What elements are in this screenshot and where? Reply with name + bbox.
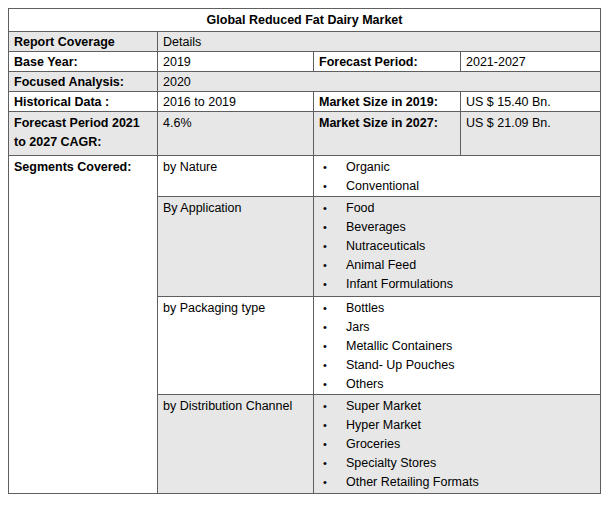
segment-item: •Groceries <box>314 435 600 454</box>
segment-item: •Organic <box>314 158 600 177</box>
segment-row-nature: Segments Covered: by Nature •Organic •Co… <box>9 156 601 197</box>
title-row: Global Reduced Fat Dairy Market <box>9 9 601 32</box>
row-report-coverage: Report Coverage Details <box>9 32 601 52</box>
bullet-icon: • <box>314 397 346 416</box>
bullet-icon: • <box>314 218 346 237</box>
segment-item: •Specialty Stores <box>314 454 600 473</box>
market-size-2019-label: Market Size in 2019: <box>314 92 461 112</box>
segment-item-label: Food <box>346 199 600 218</box>
market-size-2027-value: US $ 21.09 Bn. <box>461 112 601 156</box>
segment-item-label: Hyper Market <box>346 416 600 435</box>
bullet-icon: • <box>314 237 346 256</box>
segment-item-label: Infant Formulations <box>346 275 600 294</box>
bullet-icon: • <box>314 337 346 356</box>
segment-item: •Bottles <box>314 299 600 318</box>
segment-item-label: Super Market <box>346 397 600 416</box>
bullet-icon: • <box>314 177 346 196</box>
historical-data-label: Historical Data : <box>9 92 158 112</box>
bullet-icon: • <box>314 435 346 454</box>
segment-item: •Others <box>314 375 600 394</box>
report-coverage-label: Report Coverage <box>9 32 158 52</box>
cagr-value: 4.6% <box>158 112 314 156</box>
market-size-2027-label: Market Size in 2027: <box>314 112 461 156</box>
segment-item: •Metallic Containers <box>314 337 600 356</box>
bullet-icon: • <box>314 158 346 177</box>
segment-item-label: Others <box>346 375 600 394</box>
segment-item-label: Groceries <box>346 435 600 454</box>
segment-item: •Animal Feed <box>314 256 600 275</box>
bullet-icon: • <box>314 356 346 375</box>
segment-item: •Other Retailing Formats <box>314 473 600 492</box>
segment-item-label: Organic <box>346 158 600 177</box>
focused-analysis-value: 2020 <box>158 72 601 92</box>
bullet-icon: • <box>314 275 346 294</box>
segments-covered-label: Segments Covered: <box>9 156 158 494</box>
market-size-2019-value: US $ 15.40 Bn. <box>461 92 601 112</box>
segment-name: by Nature <box>158 156 314 197</box>
forecast-period-value: 2021-2027 <box>461 52 601 72</box>
segment-item-label: Metallic Containers <box>346 337 600 356</box>
row-historical-data: Historical Data : 2016 to 2019 Market Si… <box>9 92 601 112</box>
segment-item-label: Conventional <box>346 177 600 196</box>
segment-items-list: •Organic •Conventional <box>314 158 600 196</box>
bullet-icon: • <box>314 199 346 218</box>
segment-item-label: Nutraceuticals <box>346 237 600 256</box>
focused-analysis-label: Focused Analysis: <box>9 72 158 92</box>
report-coverage-value: Details <box>158 32 601 52</box>
segment-item-label: Other Retailing Formats <box>346 473 600 492</box>
segment-items-cell: •Organic •Conventional <box>314 156 601 197</box>
bullet-icon: • <box>314 299 346 318</box>
segment-item-label: Stand- Up Pouches <box>346 356 600 375</box>
bullet-icon: • <box>314 416 346 435</box>
segment-item-label: Specialty Stores <box>346 454 600 473</box>
historical-data-value: 2016 to 2019 <box>158 92 314 112</box>
bullet-icon: • <box>314 473 346 492</box>
row-cagr: Forecast Period 2021 to 2027 CAGR: 4.6% … <box>9 112 601 156</box>
segment-item-label: Jars <box>346 318 600 337</box>
base-year-label: Base Year: <box>9 52 158 72</box>
segment-name: by Packaging type <box>158 297 314 395</box>
segment-item: •Jars <box>314 318 600 337</box>
segment-item: •Stand- Up Pouches <box>314 356 600 375</box>
segment-item-label: Animal Feed <box>346 256 600 275</box>
forecast-period-label: Forecast Period: <box>314 52 461 72</box>
bullet-icon: • <box>314 375 346 394</box>
bullet-icon: • <box>314 256 346 275</box>
document-page: Global Reduced Fat Dairy Market Report C… <box>0 0 612 506</box>
segment-items-cell: •Super Market •Hyper Market •Groceries •… <box>314 395 601 494</box>
segment-item-label: Bottles <box>346 299 600 318</box>
segment-item: •Nutraceuticals <box>314 237 600 256</box>
segment-items-list: •Super Market •Hyper Market •Groceries •… <box>314 397 600 492</box>
base-year-value: 2019 <box>158 52 314 72</box>
segment-name: By Application <box>158 197 314 297</box>
report-coverage-table: Global Reduced Fat Dairy Market Report C… <box>8 8 601 494</box>
segment-item: •Super Market <box>314 397 600 416</box>
segment-item: •Food <box>314 199 600 218</box>
table-title: Global Reduced Fat Dairy Market <box>9 9 601 32</box>
segment-items-list: •Food •Beverages •Nutraceuticals •Animal… <box>314 199 600 294</box>
row-base-year: Base Year: 2019 Forecast Period: 2021-20… <box>9 52 601 72</box>
segment-item: •Conventional <box>314 177 600 196</box>
segment-items-cell: •Food •Beverages •Nutraceuticals •Animal… <box>314 197 601 297</box>
segment-items-cell: •Bottles •Jars •Metallic Containers •Sta… <box>314 297 601 395</box>
bullet-icon: • <box>314 454 346 473</box>
segment-name: by Distribution Channel <box>158 395 314 494</box>
cagr-label: Forecast Period 2021 to 2027 CAGR: <box>9 112 158 156</box>
segment-item: •Beverages <box>314 218 600 237</box>
bullet-icon: • <box>314 318 346 337</box>
segment-items-list: •Bottles •Jars •Metallic Containers •Sta… <box>314 299 600 394</box>
row-focused-analysis: Focused Analysis: 2020 <box>9 72 601 92</box>
segment-item: •Infant Formulations <box>314 275 600 294</box>
segment-item-label: Beverages <box>346 218 600 237</box>
segment-item: •Hyper Market <box>314 416 600 435</box>
